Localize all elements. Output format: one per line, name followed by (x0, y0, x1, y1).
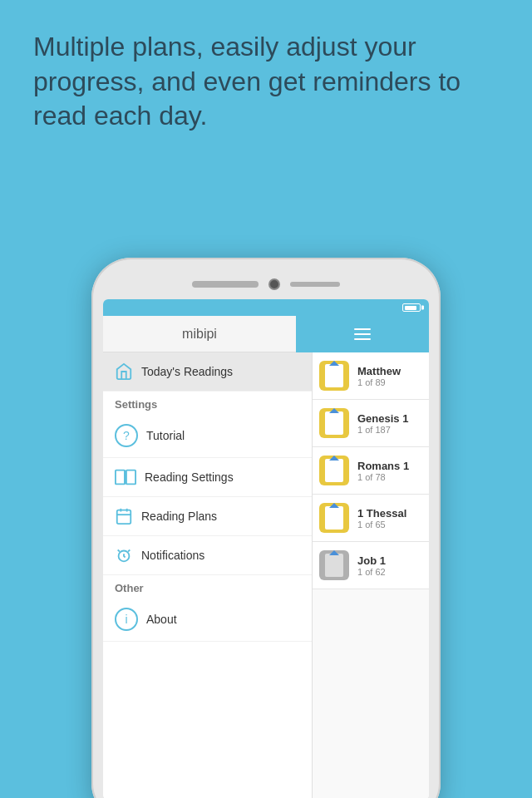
thessalonians-book-icon (319, 503, 349, 533)
sidebar-item-notifications[interactable]: Notifications (103, 536, 312, 575)
front-speaker-icon (290, 282, 340, 287)
sidebar-item-tutorial-label: Tutorial (146, 429, 185, 442)
sidebar-other-header: Other (103, 575, 312, 598)
sidebar-item-reading-plans[interactable]: Reading Plans (103, 497, 312, 536)
camera-icon (268, 278, 280, 290)
sidebar-item-tutorial[interactable]: ? Tutorial (103, 414, 312, 458)
reading-item-genesis[interactable]: Genesis 1 1 of 187 (313, 400, 429, 447)
house-icon (115, 362, 133, 381)
job-book-icon (319, 550, 349, 580)
reading-item-job[interactable]: Job 1 1 of 62 (313, 542, 429, 589)
sidebar-item-todays-readings[interactable]: Today's Readings (103, 352, 312, 392)
matthew-subtitle: 1 of 89 (357, 377, 401, 387)
battery-icon (402, 303, 421, 312)
reading-item-thessalonians[interactable]: 1 Thessal 1 of 65 (313, 495, 429, 542)
svg-line-11 (128, 550, 130, 552)
speaker-grill-icon (192, 281, 259, 288)
svg-rect-1 (126, 470, 135, 485)
thessalonians-title: 1 Thessal (357, 507, 406, 520)
app-menu-button[interactable] (296, 316, 429, 352)
phone-screen: mibipi Today's Readi (103, 299, 429, 798)
job-subtitle: 1 of 62 (357, 567, 386, 577)
matthew-title: Matthew (357, 365, 401, 377)
status-bar (103, 299, 429, 316)
app-title: mibipi (182, 327, 217, 342)
app-title-area: mibipi (103, 316, 296, 352)
app-content: Today's Readings Settings ? Tutorial (103, 352, 429, 798)
sidebar-item-notifications-label: Notifications (141, 549, 204, 562)
question-icon: ? (115, 424, 138, 447)
app-header: mibipi (103, 316, 429, 352)
genesis-book-icon (319, 408, 349, 438)
romans-book-icon (319, 456, 349, 485)
thessalonians-subtitle: 1 of 65 (357, 520, 406, 530)
genesis-title: Genesis 1 (357, 412, 408, 425)
alarm-icon (115, 546, 133, 564)
reading-item-matthew[interactable]: Matthew 1 of 89 (313, 352, 429, 400)
genesis-subtitle: 1 of 187 (357, 425, 408, 435)
hero-text: Multiple plans, easily adjust your progr… (0, 0, 532, 154)
phone-frame: mibipi Today's Readi (91, 258, 441, 798)
sidebar-item-reading-settings[interactable]: Reading Settings (103, 458, 312, 497)
reading-item-romans[interactable]: Romans 1 1 of 78 (313, 447, 429, 495)
job-title: Job 1 (357, 554, 386, 567)
right-panel: Matthew 1 of 89 Genesis 1 1 of 187 (313, 352, 429, 798)
sidebar-settings-header: Settings (103, 392, 312, 414)
sidebar: Today's Readings Settings ? Tutorial (103, 352, 313, 798)
svg-line-10 (118, 550, 120, 552)
book-open-icon (115, 468, 136, 486)
sidebar-item-reading-plans-label: Reading Plans (141, 510, 217, 523)
svg-rect-0 (116, 470, 125, 485)
romans-title: Romans 1 (357, 460, 409, 472)
sidebar-item-reading-settings-label: Reading Settings (145, 470, 234, 484)
sidebar-item-todays-readings-label: Today's Readings (141, 365, 233, 378)
svg-rect-3 (117, 510, 131, 525)
sidebar-item-about[interactable]: i About (103, 598, 312, 642)
sidebar-item-about-label: About (146, 613, 177, 626)
info-icon: i (115, 608, 138, 631)
calendar-icon (115, 507, 133, 525)
matthew-book-icon (319, 361, 349, 391)
phone-top-bar (103, 269, 429, 299)
hamburger-icon (354, 328, 371, 340)
romans-subtitle: 1 of 78 (357, 472, 409, 482)
